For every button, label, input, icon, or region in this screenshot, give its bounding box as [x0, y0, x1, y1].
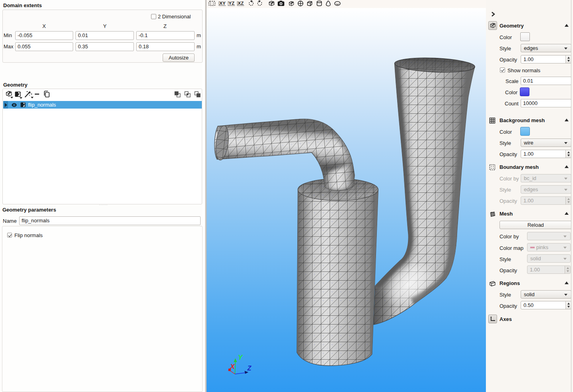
- svg-text:XZ: XZ: [238, 1, 244, 6]
- svg-text:Z: Z: [247, 365, 252, 372]
- svg-text:Y: Y: [238, 354, 243, 361]
- svg-text:X: X: [230, 363, 235, 370]
- svg-text:YZ: YZ: [229, 1, 235, 6]
- svg-text:XY: XY: [219, 1, 226, 6]
